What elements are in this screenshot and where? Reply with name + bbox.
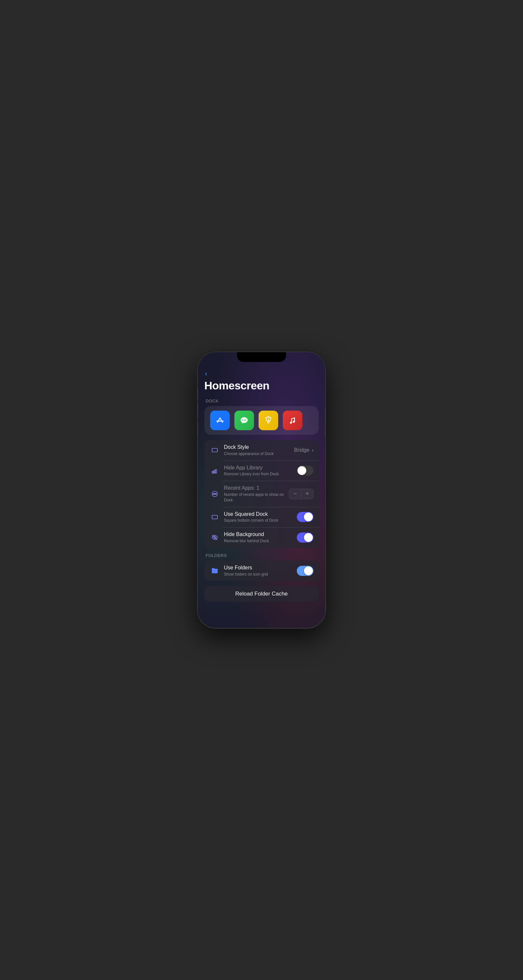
phone-frame: ‹ Homescreen Dock	[198, 352, 325, 628]
use-folders-title: Use Folders	[224, 565, 297, 571]
svg-rect-9	[212, 449, 218, 452]
use-folders-text: Use Folders Show folders on icon grid	[224, 565, 297, 577]
dock-section-label: Dock	[206, 399, 319, 403]
dock-icon-tips	[258, 410, 278, 430]
dock-style-icon	[209, 445, 220, 455]
hide-app-library-icon	[209, 466, 220, 476]
back-chevron-icon: ‹	[205, 370, 207, 377]
use-squared-dock-title: Use Squared Dock	[224, 511, 297, 518]
dock-style-title: Dock Style	[224, 444, 294, 451]
dock-preview	[204, 406, 319, 435]
hide-app-library-title: Hide App Library	[224, 465, 297, 471]
use-squared-dock-icon	[209, 512, 220, 522]
use-squared-dock-right[interactable]	[297, 512, 314, 522]
use-folders-toggle[interactable]	[297, 566, 314, 576]
use-folders-right[interactable]	[297, 566, 314, 576]
hide-background-row: Hide Background Remove blur behind Dock	[204, 527, 319, 548]
svg-rect-17	[212, 515, 218, 519]
svg-point-1	[242, 420, 243, 421]
svg-point-7	[290, 422, 292, 424]
use-squared-dock-text: Use Squared Dock Square bottom corners o…	[224, 511, 297, 523]
dock-style-value: Bridge	[294, 447, 309, 453]
svg-rect-12	[215, 469, 217, 473]
dock-style-chevron-icon: ›	[312, 447, 314, 453]
use-folders-row: Use Folders Show folders on icon grid	[204, 560, 319, 581]
use-squared-dock-row: Use Squared Dock Square bottom corners o…	[204, 507, 319, 528]
hide-background-icon	[209, 532, 220, 542]
hide-background-toggle[interactable]	[297, 533, 314, 542]
svg-point-16	[215, 493, 216, 495]
recent-apps-row: Recent Apps: 1 Number of recent apps to …	[204, 481, 319, 507]
hide-background-right[interactable]	[297, 533, 314, 542]
dock-icon-messages	[234, 410, 254, 430]
reload-button-label: Reload Folder Cache	[235, 590, 288, 597]
back-button[interactable]: ‹	[205, 370, 319, 377]
dock-icon-appstore	[210, 410, 230, 430]
reload-folder-cache-button[interactable]: Reload Folder Cache	[204, 586, 319, 602]
stepper-plus-button[interactable]: +	[301, 489, 313, 499]
svg-rect-10	[212, 471, 214, 473]
hide-background-title: Hide Background	[224, 531, 297, 538]
recent-apps-icon	[209, 489, 220, 499]
recent-apps-stepper: − +	[289, 489, 314, 499]
toggle-thumb	[304, 566, 313, 575]
hide-app-library-right[interactable]	[297, 466, 314, 476]
hide-app-library-subtitle: Remove Library icon from Dock	[224, 471, 297, 477]
use-folders-subtitle: Show folders on icon grid	[224, 572, 297, 577]
hide-background-subtitle: Remove blur behind Dock	[224, 538, 297, 544]
use-squared-dock-toggle[interactable]	[297, 512, 314, 522]
svg-point-3	[246, 420, 246, 421]
hide-app-library-row: Hide App Library Remove Library icon fro…	[204, 461, 319, 481]
hide-app-library-text: Hide App Library Remove Library icon fro…	[224, 465, 297, 477]
page-title: Homescreen	[204, 379, 319, 392]
svg-rect-11	[214, 470, 215, 473]
dock-settings-card: Dock Style Choose appearance of Dock Bri…	[204, 440, 319, 548]
svg-point-2	[244, 420, 245, 421]
recent-apps-subtitle: Number of recent apps to show on Dock	[224, 492, 289, 503]
svg-point-8	[293, 421, 295, 423]
stepper-minus-button[interactable]: −	[289, 489, 301, 499]
hide-app-library-toggle[interactable]	[297, 466, 314, 476]
folders-section-label: Folders	[206, 553, 319, 558]
svg-point-6	[268, 418, 269, 419]
use-squared-dock-subtitle: Square bottom corners of Dock	[224, 518, 297, 523]
folders-settings-card: Use Folders Show folders on icon grid	[204, 560, 319, 581]
notch	[237, 352, 286, 362]
toggle-thumb	[304, 533, 313, 542]
recent-apps-right: − +	[289, 489, 314, 499]
dock-style-subtitle: Choose appearance of Dock	[224, 451, 294, 457]
screen-content: ‹ Homescreen Dock	[198, 352, 325, 628]
dock-style-row[interactable]: Dock Style Choose appearance of Dock Bri…	[204, 440, 319, 461]
toggle-thumb	[297, 466, 306, 475]
dock-style-right: Bridge ›	[294, 447, 314, 453]
recent-apps-title: Recent Apps: 1	[224, 485, 289, 492]
dock-icon-music	[283, 410, 302, 430]
hide-background-text: Hide Background Remove blur behind Dock	[224, 531, 297, 544]
svg-point-15	[214, 493, 215, 495]
use-folders-icon	[209, 565, 220, 576]
dock-style-text: Dock Style Choose appearance of Dock	[224, 444, 294, 457]
svg-point-14	[213, 493, 214, 495]
toggle-thumb	[304, 512, 313, 521]
recent-apps-text: Recent Apps: 1 Number of recent apps to …	[224, 485, 289, 503]
